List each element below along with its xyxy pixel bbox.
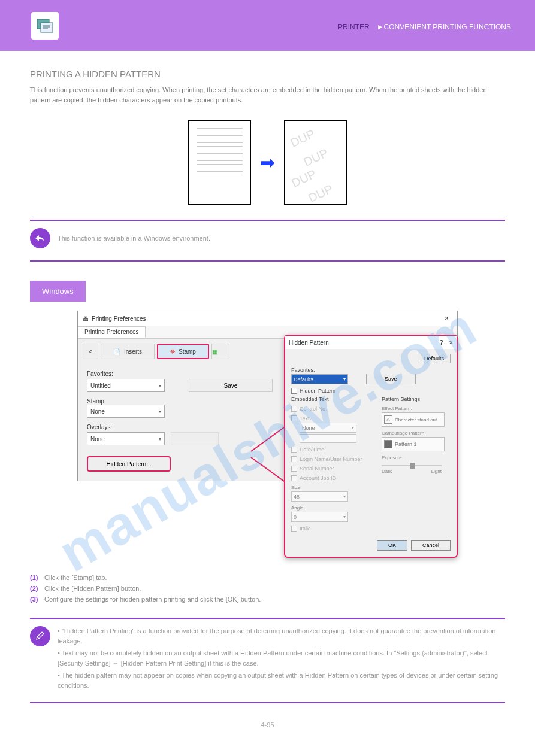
- section-title: PRINTING A HIDDEN PATTERN: [30, 69, 505, 79]
- hidden-pattern-dialog: Hidden Pattern ? × Defaults Favorites: D…: [284, 335, 458, 558]
- datetime-checkbox[interactable]: [291, 447, 297, 453]
- header-bar: PRINTER ►CONVENIENT PRINTING FUNCTIONS: [0, 0, 535, 51]
- dialog-close-icon[interactable]: ×: [449, 339, 453, 346]
- section-para: This function prevents unauthorized copy…: [30, 85, 505, 105]
- steps-block: (1)Click the [Stamp] tab. (2)Click the […: [30, 574, 505, 603]
- chevron-down-icon: ▾: [352, 425, 354, 430]
- stamp-icon: ❋: [170, 348, 175, 355]
- concept-diagram: ➡ DUPDUPDUPDUP: [30, 120, 505, 205]
- light-label: Light: [431, 469, 442, 474]
- cancel-button[interactable]: Cancel: [411, 540, 451, 551]
- breadcrumb: PRINTER ►CONVENIENT PRINTING FUNCTIONS: [338, 23, 511, 31]
- size-select[interactable]: 48▾: [291, 491, 348, 502]
- screenshot-composite: 🖶 Printing Preferences × Printing Prefer…: [77, 311, 458, 559]
- chevron-down-icon: ▾: [343, 377, 346, 382]
- account-label: Account Job ID: [300, 475, 336, 481]
- arrow-right-icon: ➡: [260, 152, 275, 173]
- chevron-down-icon: ▾: [159, 436, 161, 442]
- favorites-select[interactable]: Untitled▾: [87, 379, 165, 392]
- divider: [30, 618, 505, 619]
- svg-rect-1: [41, 23, 53, 32]
- section-link[interactable]: ►CONVENIENT PRINTING FUNCTIONS: [377, 23, 511, 31]
- exposure-slider[interactable]: [382, 465, 442, 466]
- green-icon: ▦: [212, 348, 217, 355]
- tab-inserts[interactable]: 📄Inserts: [101, 344, 155, 359]
- login-checkbox[interactable]: [291, 456, 297, 462]
- hidden-pattern-button[interactable]: Hidden Pattern...: [87, 456, 171, 472]
- dlg-save-button[interactable]: Save: [366, 374, 416, 384]
- chevron-down-icon: ▾: [159, 383, 161, 388]
- overlays-settings-button[interactable]: [171, 432, 219, 445]
- divider: [30, 220, 505, 221]
- size-label: Size:: [291, 485, 377, 490]
- windows-tag: Windows: [30, 281, 86, 302]
- serial-label: Serial Number: [300, 466, 334, 472]
- angle-select[interactable]: 0▾: [291, 512, 348, 522]
- italic-checkbox[interactable]: [291, 526, 297, 532]
- printer-icon: 🖶: [83, 315, 89, 322]
- nav-prev-button[interactable]: <: [83, 344, 98, 359]
- tab-next-partial[interactable]: ▦: [211, 344, 229, 359]
- effect-label: Effect Pattern:: [382, 406, 451, 411]
- chevron-down-icon: ▾: [159, 409, 161, 414]
- titlebar: 🖶 Printing Preferences ×: [78, 311, 457, 326]
- original-doc-icon: [188, 120, 251, 205]
- copied-doc-icon: DUPDUPDUPDUP: [284, 120, 347, 205]
- angle-label: Angle:: [291, 505, 377, 511]
- overlays-select[interactable]: None▾: [87, 432, 165, 445]
- text-select[interactable]: None▾: [300, 423, 356, 433]
- footnote-2: • Text may not be completely hidden on a…: [58, 648, 505, 668]
- chevron-down-icon: ▾: [343, 494, 346, 499]
- control-no-label: Control No.: [300, 406, 327, 412]
- help-icon[interactable]: ?: [439, 339, 443, 346]
- account-checkbox[interactable]: [291, 475, 297, 481]
- pencil-icon: [30, 626, 50, 646]
- back-icon: [30, 228, 50, 248]
- pattern-settings-label: Pattern Settings: [382, 396, 451, 402]
- close-icon[interactable]: ×: [441, 314, 452, 323]
- logo-icon: [30, 11, 60, 41]
- hidden-pattern-checkbox[interactable]: [291, 388, 297, 394]
- dark-label: Dark: [382, 469, 392, 474]
- tab-stamp[interactable]: ❋Stamp: [157, 344, 209, 359]
- effect-icon: A: [384, 415, 392, 424]
- dialog-title: Hidden Pattern: [289, 339, 329, 346]
- save-button[interactable]: Save: [189, 379, 273, 392]
- dialog-defaults-button[interactable]: Defaults: [418, 354, 451, 363]
- tab-printing-preferences[interactable]: Printing Preferences: [78, 326, 146, 338]
- embedded-text-label: Embedded Text: [291, 396, 377, 402]
- footnote-1: • "Hidden Pattern Printing" is a functio…: [58, 626, 505, 646]
- dlg-favorites-select[interactable]: Defaults▾: [291, 374, 348, 384]
- window-title: Printing Preferences: [92, 315, 146, 322]
- divider: [30, 260, 505, 262]
- stamp-select[interactable]: None▾: [87, 405, 165, 418]
- login-label: Login Name/User Number: [300, 456, 362, 462]
- chapter-link[interactable]: PRINTER: [338, 23, 370, 31]
- serial-checkbox[interactable]: [291, 466, 297, 472]
- footnote-3: • The hidden pattern may not appear on c…: [58, 670, 505, 690]
- text-chk-label: Text: [300, 415, 310, 421]
- step-1: Click the [Stamp] tab.: [44, 574, 107, 581]
- camo-select[interactable]: Pattern 1: [382, 437, 445, 451]
- step-3: Configure the settings for hidden patter…: [44, 596, 261, 603]
- inserts-icon: 📄: [113, 348, 120, 355]
- dlg-favorites-label: Favorites:: [291, 367, 451, 373]
- text-input[interactable]: [300, 434, 356, 443]
- camo-label: Camouflage Pattern:: [382, 430, 451, 436]
- datetime-label: Date/Time: [300, 447, 324, 453]
- italic-label: Italic: [300, 526, 311, 532]
- step-num: (2): [30, 585, 44, 592]
- effect-select[interactable]: ACharacter stand out: [382, 412, 445, 427]
- chevron-down-icon: ▾: [343, 514, 346, 520]
- ok-button[interactable]: OK: [377, 540, 407, 551]
- exposure-label: Exposure:: [382, 455, 451, 460]
- step-num: (3): [30, 596, 44, 603]
- step-2: Click the [Hidden Pattern] button.: [44, 585, 141, 592]
- back-note: This function is available in a Windows …: [58, 235, 210, 242]
- control-no-checkbox[interactable]: [291, 406, 297, 412]
- step-num: (1): [30, 574, 44, 581]
- page-number: 4-95: [30, 721, 505, 728]
- dialog-titlebar: Hidden Pattern ? ×: [285, 336, 457, 349]
- camo-icon: [384, 440, 392, 448]
- text-checkbox[interactable]: [291, 415, 297, 421]
